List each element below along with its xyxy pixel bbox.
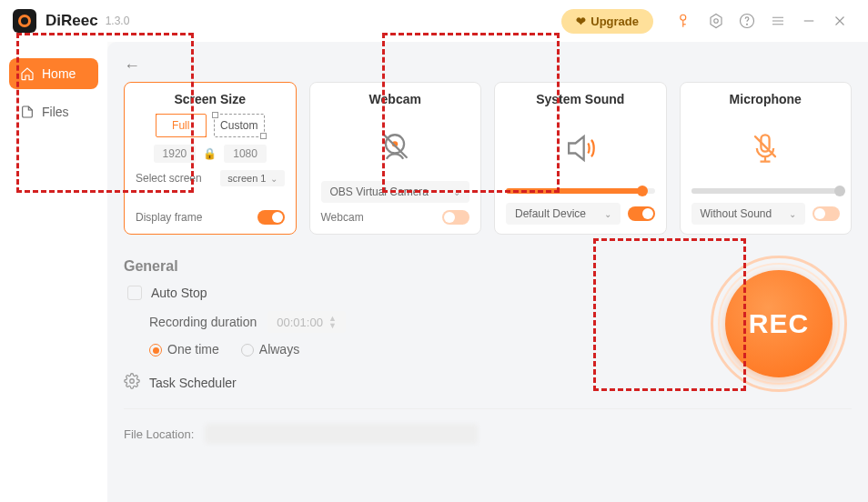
width-field[interactable]: 1920: [154, 145, 197, 163]
title-bar: DiReec 1.3.0 ❤ Upgrade: [0, 0, 868, 42]
duration-field[interactable]: 00:01:00 ▲▼: [267, 311, 346, 333]
custom-size-button[interactable]: Custom: [214, 114, 265, 137]
main-panel: ← Screen Size Full Custom 1920 🔒 1080 Se…: [107, 42, 868, 502]
chevron-down-icon: ⌄: [789, 209, 796, 219]
mic-off-icon: [691, 114, 841, 183]
screen-select-value: screen 1: [227, 173, 266, 184]
microphone-title: Microphone: [691, 92, 841, 106]
chevron-down-icon: ⌄: [604, 209, 611, 219]
nav-files-label: Files: [42, 105, 69, 119]
upgrade-button[interactable]: ❤ Upgrade: [561, 9, 653, 34]
app-logo: [13, 9, 36, 33]
system-sound-toggle[interactable]: [628, 206, 655, 221]
always-option[interactable]: Always: [241, 342, 299, 356]
screen-size-card: Screen Size Full Custom 1920 🔒 1080 Sele…: [124, 82, 297, 235]
system-device-select[interactable]: Default Device ⌄: [506, 203, 621, 225]
help-icon[interactable]: [737, 11, 757, 31]
close-icon[interactable]: [830, 11, 850, 31]
record-button[interactable]: REC: [725, 270, 833, 377]
svg-point-4: [747, 24, 748, 25]
system-sound-card: System Sound Default Device ⌄: [494, 82, 667, 235]
nav-home[interactable]: Home: [9, 58, 98, 89]
svg-point-8: [130, 379, 135, 384]
system-volume-slider[interactable]: [506, 188, 655, 194]
minimize-icon[interactable]: [799, 11, 819, 31]
radio-icon: [241, 344, 254, 356]
select-screen-label: Select screen: [136, 172, 202, 185]
display-frame-toggle[interactable]: [257, 210, 285, 225]
display-frame-label: Display frame: [136, 211, 202, 224]
key-icon[interactable]: [675, 11, 695, 31]
custom-size-label: Custom: [220, 119, 257, 132]
auto-stop-checkbox[interactable]: [127, 286, 142, 300]
one-time-option[interactable]: One time: [149, 342, 219, 356]
mic-volume-slider[interactable]: [691, 188, 841, 194]
webcam-device-select[interactable]: OBS Virtual Camera ⌄: [321, 181, 470, 203]
sidebar: Home Files: [0, 42, 107, 502]
settings-icon[interactable]: [706, 11, 726, 31]
upgrade-label: Upgrade: [590, 15, 639, 28]
chevron-down-icon: ⌄: [270, 174, 278, 184]
mic-toggle[interactable]: [812, 206, 840, 221]
screen-select[interactable]: screen 1⌄: [220, 170, 284, 186]
nav-files[interactable]: Files: [9, 96, 98, 127]
file-location-label: File Location:: [124, 427, 194, 441]
speaker-icon: [506, 114, 655, 183]
file-location-path[interactable]: [205, 424, 478, 444]
full-screen-label: Full: [172, 119, 189, 132]
svg-point-0: [681, 15, 686, 20]
duration-value: 00:01:00: [277, 316, 323, 329]
nav-home-label: Home: [42, 66, 76, 81]
mic-device-select[interactable]: Without Sound ⌄: [691, 203, 806, 225]
one-time-label: One time: [167, 342, 219, 356]
webcam-label: Webcam: [321, 211, 364, 224]
gear-icon: [124, 373, 140, 392]
rec-duration-label: Recording duration: [149, 315, 257, 329]
webcam-toggle[interactable]: [442, 210, 469, 225]
menu-icon[interactable]: [768, 11, 788, 31]
system-sound-title: System Sound: [506, 92, 655, 106]
svg-marker-1: [711, 15, 722, 28]
back-icon[interactable]: ←: [124, 56, 140, 75]
app-version: 1.3.0: [106, 15, 130, 27]
home-icon: [20, 66, 35, 81]
auto-stop-label: Auto Stop: [151, 286, 207, 300]
stepper-icon: ▲▼: [328, 315, 337, 329]
lock-icon[interactable]: 🔒: [203, 147, 217, 160]
webcam-off-icon: [321, 114, 470, 181]
radio-icon: [149, 344, 162, 356]
system-device-value: Default Device: [515, 207, 586, 220]
heart-icon: ❤: [576, 15, 586, 28]
webcam-card: Webcam OBS Virtual Camera ⌄ Webcam: [309, 82, 482, 235]
webcam-device-value: OBS Virtual Camera: [330, 186, 429, 198]
chevron-down-icon: ⌄: [453, 187, 460, 197]
full-screen-button[interactable]: Full: [156, 114, 207, 137]
divider: [124, 408, 852, 409]
always-label: Always: [259, 342, 299, 356]
webcam-title: Webcam: [321, 92, 470, 106]
task-scheduler-label[interactable]: Task Scheduler: [149, 376, 237, 390]
mic-device-value: Without Sound: [701, 207, 772, 220]
files-icon: [20, 105, 35, 119]
svg-point-2: [714, 19, 719, 24]
screen-size-title: Screen Size: [136, 92, 285, 106]
microphone-card: Microphone Without Sound ⌄: [680, 82, 853, 235]
height-field[interactable]: 1080: [224, 145, 267, 163]
record-label: REC: [749, 308, 809, 339]
app-name: DiReec: [45, 12, 98, 30]
